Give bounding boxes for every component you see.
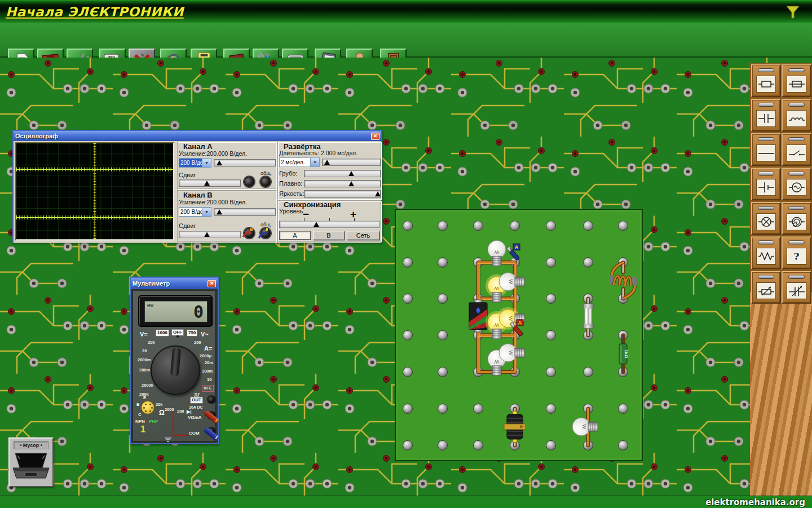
drawer-fuse[interactable] (782, 64, 811, 97)
app-title: Начала ЭЛЄКТРОНИКИ (6, 5, 184, 19)
range-1000[interactable]: 1000 (156, 330, 169, 336)
dial-pointer (170, 347, 181, 376)
channel-a-common-label: общ. (261, 170, 272, 176)
channel-a-gain-slider[interactable] (214, 159, 276, 167)
transistor-socket[interactable] (141, 401, 155, 414)
channel-b-input-jack[interactable] (244, 228, 254, 238)
channel-a-common-jack[interactable] (261, 177, 271, 187)
drawer-handle (758, 68, 774, 72)
multimeter-titlebar[interactable]: Мультиметр ✕ (131, 278, 218, 289)
rheostat-symbol-icon (756, 282, 776, 299)
resistor-component[interactable]: 1kΩ (619, 344, 629, 364)
close-icon[interactable]: ✕ (208, 280, 216, 287)
out-jack-label[interactable]: OUT (190, 397, 203, 404)
workspace: ? (0, 58, 812, 496)
chevron-down-icon: ▼ (310, 158, 319, 167)
oscilloscope-titlebar[interactable]: Осциллограф ✕ (14, 131, 381, 141)
drawer-handle (788, 275, 805, 279)
funnel-icon[interactable] (786, 6, 800, 20)
multimeter-lcd: HV 0 (138, 295, 213, 327)
drawer-variable-capacitor[interactable] (782, 271, 811, 304)
drawer-capacitor[interactable] (751, 99, 781, 132)
channel-b-shift-label: Сдвиг (179, 222, 196, 229)
oscilloscope-body: Канал А Усиление:200.000 В/дел. 200 В/де… (14, 141, 381, 243)
sweep-duration-select[interactable]: 2 мс/дел. ▼ (279, 157, 320, 167)
trash-bin[interactable]: • Мусор • (8, 437, 54, 487)
sweep-coarse-slider[interactable] (304, 170, 381, 177)
close-icon[interactable]: ✕ (371, 133, 379, 140)
choke-component[interactable] (504, 411, 526, 443)
status-strip: elektromehanika.org (0, 496, 812, 508)
unknown-component-icon: ? (787, 248, 806, 265)
toolbar: 380 (0, 23, 812, 58)
range-adc-200m[interactable]: 200m (202, 369, 213, 374)
electromagnet-symbol-icon (787, 213, 806, 230)
rotary-dial[interactable] (151, 345, 200, 395)
sweep-brightness-slider[interactable] (304, 190, 381, 198)
sweep-fine-slider[interactable] (304, 180, 381, 187)
channel-a-header: Канал А (183, 142, 213, 151)
drawer-wire[interactable] (751, 133, 781, 166)
sync-source-a-button[interactable]: А (279, 231, 311, 240)
pnp-label: PNP (149, 419, 158, 424)
drawer-lamp[interactable] (751, 202, 781, 235)
panel-trace (173, 435, 188, 436)
chevron-down-icon: ▼ (202, 208, 211, 216)
range-vdc-20[interactable]: 20 (142, 348, 147, 353)
range-adc-20m[interactable]: 20m (205, 360, 213, 365)
sweep-duration-slider[interactable] (322, 159, 381, 166)
channel-b-gain-select[interactable]: 200 В/де. ▼ (179, 207, 211, 217)
channel-b-gain-slider[interactable] (214, 208, 276, 216)
range-750[interactable]: 750 (187, 330, 197, 336)
sweep-duration-label: Длительность: 2.000 мс/дел. (279, 150, 358, 156)
channel-b-gain-label: Усиление:200.000 В/дел. (179, 199, 247, 205)
drawer-resistor[interactable] (751, 64, 781, 97)
channel-a-shift-slider[interactable] (179, 179, 241, 187)
multimeter-number: 1 (140, 424, 145, 435)
range-vac-200[interactable]: 200 (194, 340, 201, 345)
channel-b-common-label: общ. (261, 222, 272, 227)
drawer-unknown[interactable]: ? (782, 237, 811, 269)
drawer-inductor[interactable] (782, 99, 811, 132)
jack-10a[interactable] (207, 395, 216, 404)
sync-level-slider[interactable] (279, 221, 379, 228)
ac-source-symbol-icon (787, 179, 806, 196)
trash-label: • Мусор • (14, 441, 48, 449)
channel-b-shift-slider[interactable] (179, 231, 241, 238)
range-hfe[interactable]: hFE (202, 385, 214, 392)
sync-level-label: Уровень (279, 208, 303, 214)
battery-component[interactable] (469, 300, 487, 332)
channel-a-input-jack[interactable] (244, 177, 254, 187)
range-vdc-200[interactable]: 200 (148, 340, 155, 345)
range-adc-10[interactable]: 10 (207, 377, 211, 382)
oscilloscope-window: Осциллограф ✕ (12, 130, 382, 243)
drawer-handle (788, 206, 805, 210)
multimeter-window: Мультиметр ✕ HV 0 1000 OFF 750 V= (130, 277, 219, 444)
drawer-electromagnet[interactable] (782, 202, 811, 235)
drawer-battery[interactable] (751, 168, 781, 200)
multimeter-body: HV 0 1000 OFF 750 V= V~ 200 20 2000m 200… (131, 289, 218, 443)
range-adc-2000u[interactable]: 2000µ (200, 353, 211, 358)
channel-a-gain-select[interactable]: 200 В/де. ▼ (179, 158, 211, 168)
sync-source-b-button[interactable]: В (313, 231, 345, 240)
drawer-ac-source[interactable] (782, 168, 811, 200)
drawer-handle (788, 103, 805, 107)
sync-source-mains-button[interactable]: Сеть (347, 231, 379, 240)
range-vdc-200m[interactable]: 200m (139, 367, 150, 373)
trash-chute-icon (10, 451, 52, 485)
drawer-switch[interactable] (782, 133, 811, 166)
channel-a-gain-label: Усиление:200.000 В/дел. (179, 150, 247, 157)
npn-label: NPN (135, 419, 145, 424)
range-ohm-200[interactable]: 200 (177, 409, 184, 414)
range-vdc-2000m[interactable]: 2000m (138, 357, 151, 362)
drawer-rheostat[interactable] (751, 271, 781, 304)
drawer-heater[interactable] (751, 237, 781, 269)
range-ohm-2000k[interactable]: 2000k (142, 383, 153, 388)
drawer-handle (758, 275, 774, 279)
channel-b-common-jack[interactable] (261, 228, 271, 238)
lcd-value: 0 (193, 302, 204, 322)
fuse-component[interactable] (583, 304, 593, 329)
range-ohm-20k[interactable]: 20k (156, 402, 163, 407)
drawer-handle (758, 172, 774, 176)
diode-test-label[interactable]: ▶| (187, 409, 191, 414)
